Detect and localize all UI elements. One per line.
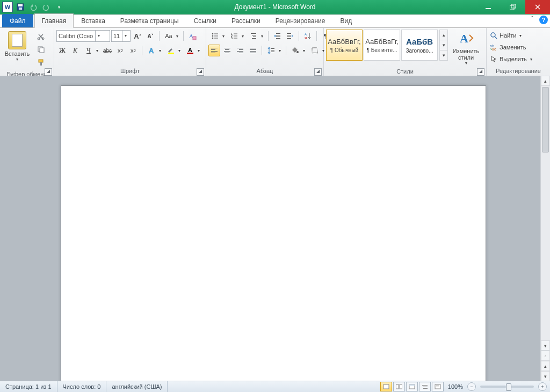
find-icon [490, 32, 497, 39]
status-words[interactable]: Число слов: 0 [57, 381, 107, 392]
font-color-button[interactable]: A▾ [184, 44, 202, 57]
line-spacing-button[interactable]: ▾ [265, 44, 283, 57]
strikethrough-button[interactable]: abc [102, 45, 113, 56]
superscript-button[interactable]: x2 [127, 45, 139, 56]
ribbon: Вставить ▾ Буфер обмена ◢ Cali [0, 28, 550, 77]
help-icon[interactable]: ? [539, 16, 548, 24]
font-dialog-launcher[interactable]: ◢ [197, 68, 204, 76]
browse-object-button[interactable]: ◦ [541, 351, 550, 361]
styles-expand[interactable]: ▾ [440, 50, 447, 60]
font-name-combo[interactable]: Calibri (Осно ▾ [56, 30, 110, 42]
zoom-in-button[interactable]: + [538, 382, 547, 391]
bullets-button[interactable]: ▾ [208, 30, 227, 42]
view-print-layout-icon[interactable] [380, 382, 392, 391]
align-right-button[interactable] [234, 45, 246, 56]
tab-view[interactable]: Вид [332, 13, 359, 27]
shrink-font-icon[interactable]: A˅ [144, 30, 156, 42]
svg-rect-67 [436, 386, 439, 386]
find-button[interactable]: Найти ▾ [490, 30, 522, 41]
svg-rect-17 [187, 53, 193, 54]
styles-scroll-up[interactable]: ▴ [440, 30, 447, 40]
tab-references[interactable]: Ссылки [186, 13, 224, 27]
justify-button[interactable] [247, 45, 259, 56]
view-web-layout-icon[interactable] [406, 382, 418, 391]
next-page-button[interactable]: ▾ [541, 371, 550, 381]
view-outline-icon[interactable] [419, 382, 431, 391]
highlight-button[interactable]: ▾ [164, 44, 183, 57]
svg-rect-34 [276, 33, 280, 34]
paste-button[interactable]: Вставить ▾ [2, 30, 32, 63]
view-draft-icon[interactable] [432, 382, 444, 391]
cut-icon[interactable] [34, 31, 47, 42]
zoom-level[interactable]: 100% [448, 383, 463, 390]
undo-icon[interactable] [27, 1, 39, 13]
increase-indent-button[interactable] [284, 30, 296, 42]
status-page[interactable]: Страница: 1 из 1 [0, 381, 57, 392]
app-icon[interactable]: W [2, 1, 13, 13]
paragraph-dialog-launcher[interactable]: ◢ [314, 68, 322, 76]
tab-home[interactable]: Главная [34, 13, 74, 28]
align-left-button[interactable] [208, 45, 220, 56]
maximize-button[interactable] [501, 0, 525, 14]
redo-icon[interactable] [40, 1, 52, 13]
change-styles-label: Изменить стили [451, 48, 481, 61]
scroll-down-button[interactable]: ▾ [541, 340, 550, 351]
subscript-button[interactable]: x2 [114, 45, 126, 56]
multilevel-list-button[interactable]: ▾ [247, 30, 265, 42]
scroll-track[interactable] [541, 86, 550, 340]
close-button[interactable] [525, 0, 550, 14]
svg-text:A: A [305, 33, 307, 36]
minimize-button[interactable] [476, 0, 501, 14]
style-no-spacing[interactable]: АаБбВвГг, ¶ Без инте... [364, 30, 400, 61]
change-styles-button[interactable]: A Изменить стили ▾ [448, 30, 484, 67]
clear-formatting-icon[interactable]: A [186, 30, 198, 42]
qat-customize-icon[interactable]: ▾ [53, 1, 65, 13]
decrease-indent-button[interactable] [271, 30, 283, 42]
view-full-screen-icon[interactable] [393, 382, 405, 391]
group-editing: Найти ▾ abac Заменить Выделить ▾ Редакти… [487, 28, 550, 76]
tab-mailings[interactable]: Рассылки [224, 13, 268, 27]
styles-scroll-down[interactable]: ▾ [440, 40, 447, 50]
scroll-up-button[interactable]: ▴ [541, 76, 550, 86]
zoom-slider[interactable] [480, 386, 534, 388]
paste-label: Вставить [5, 50, 30, 57]
format-painter-icon[interactable] [34, 56, 47, 68]
document-page[interactable] [61, 85, 486, 381]
minimize-ribbon-icon[interactable]: ˆ [529, 16, 536, 23]
scroll-thumb[interactable] [542, 87, 549, 153]
tab-review[interactable]: Рецензирование [268, 13, 333, 27]
save-icon[interactable] [15, 1, 26, 13]
italic-button[interactable]: К [69, 45, 81, 56]
style-heading1[interactable]: АаБбВ Заголово... [401, 30, 438, 61]
change-case-button[interactable]: Aa▾ [162, 30, 180, 42]
zoom-slider-thumb[interactable] [506, 383, 511, 391]
text-effects-button[interactable]: A▾ [145, 44, 163, 57]
tab-page-layout[interactable]: Разметка страницы [113, 13, 186, 27]
underline-button[interactable]: Ч▾ [82, 44, 100, 57]
font-size-combo[interactable]: 11 ▾ [111, 30, 131, 42]
grow-font-icon[interactable]: A˄ [132, 30, 143, 42]
shading-button[interactable]: ▾ [289, 44, 307, 57]
group-font: Calibri (Осно ▾ 11 ▾ A˄ A˅ Aa▾ A [54, 28, 206, 76]
bold-button[interactable]: Ж [56, 45, 68, 56]
status-language[interactable]: английский (США) [106, 381, 168, 392]
copy-icon[interactable] [34, 43, 47, 55]
sort-button[interactable]: AЯ [302, 30, 314, 42]
numbering-button[interactable]: 123▾ [228, 30, 246, 42]
ribbon-tabs: Файл Главная Вставка Разметка страницы С… [0, 14, 550, 28]
title-bar: W ▾ Документ1 - Microsoft Word [0, 0, 550, 14]
zoom-out-button[interactable]: − [467, 382, 476, 391]
prev-page-button[interactable]: ▴ [541, 361, 550, 371]
file-tab[interactable]: Файл [2, 14, 33, 27]
svg-rect-36 [276, 37, 280, 37]
style-normal[interactable]: АаБбВвГг, ¶ Обычный [326, 30, 363, 61]
svg-rect-31 [252, 35, 256, 35]
svg-rect-68 [436, 387, 439, 387]
clipboard-dialog-launcher[interactable]: ◢ [45, 68, 52, 76]
replace-button[interactable]: abac Заменить [490, 42, 526, 53]
select-button[interactable]: Выделить ▾ [490, 54, 532, 64]
styles-dialog-launcher[interactable]: ◢ [477, 68, 484, 76]
svg-rect-5 [511, 4, 516, 8]
tab-insert[interactable]: Вставка [74, 13, 113, 27]
align-center-button[interactable] [221, 45, 233, 56]
